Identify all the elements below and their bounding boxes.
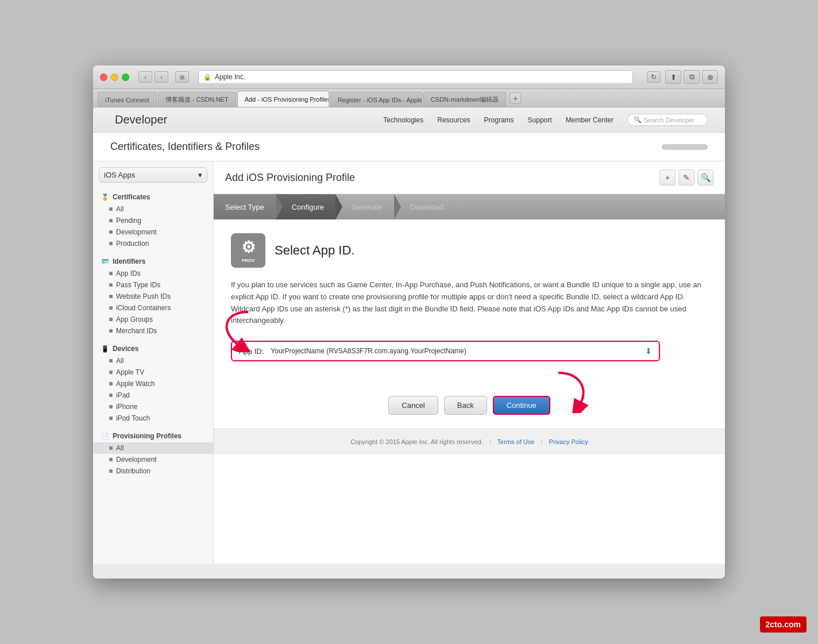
search-icon-button[interactable]: 🔍 — [697, 169, 713, 186]
sidebar-section-devices: 📱 Devices — [93, 341, 213, 355]
toolbar-right: ⬆ ⧉ ⊕ — [665, 70, 718, 84]
back-nav-button[interactable]: ‹ — [138, 71, 152, 83]
footer-separator: | — [489, 438, 491, 445]
sidebar-item-ipod-touch[interactable]: iPod Touch — [93, 412, 213, 424]
privacy-policy-link[interactable]: Privacy Policy — [549, 438, 588, 445]
reload-button[interactable]: ↻ — [647, 71, 661, 83]
bullet-icon — [109, 283, 113, 287]
tab-csdn-blog[interactable]: 博客频道 - CSDN.NET — [158, 92, 236, 107]
nav-member-center[interactable]: Member Center — [566, 116, 614, 124]
sidebar-item-prov-development[interactable]: Development — [93, 454, 213, 465]
bullet-icon — [109, 295, 113, 298]
prov-file-icon: ⚙ PROV — [231, 233, 265, 268]
sidebar-item-iphone[interactable]: iPhone — [93, 401, 213, 412]
certs-header: Certificates, Identifiers & Profiles — [93, 133, 725, 161]
extensions-button[interactable]: ⊕ — [702, 70, 718, 84]
bullet-icon — [109, 394, 113, 397]
id-icon: 🪪 — [101, 258, 109, 265]
gear-icon: ⚙ — [241, 238, 256, 257]
app-id-label: App ID: — [239, 347, 264, 356]
step-generate[interactable]: Generate — [335, 194, 394, 219]
select-app-id-title: Select App ID. — [275, 243, 354, 258]
sidebar-item-icloud-containers[interactable]: iCloud Containers — [93, 302, 213, 314]
description-text: If you plan to use services such as Game… — [231, 279, 708, 327]
sidebar-item-apple-tv[interactable]: Apple TV — [93, 367, 213, 378]
nav-programs[interactable]: Programs — [484, 116, 514, 124]
page-content: Developer Technologies Resources Program… — [93, 107, 725, 579]
bullet-icon — [109, 207, 113, 211]
developer-title: Developer — [115, 113, 167, 126]
sidebar-item-merchant-ids[interactable]: Merchant IDs — [93, 325, 213, 337]
tab-csdn-markdown[interactable]: CSDN-markdown编辑器 — [423, 92, 507, 107]
search-placeholder: Search Developer — [644, 117, 694, 124]
share-button[interactable]: ⬆ — [665, 70, 681, 84]
sidebar-item-website-push-ids[interactable]: Website Push IDs — [93, 291, 213, 302]
dropdown-label: iOS Apps — [104, 171, 135, 179]
nav-resources[interactable]: Resources — [437, 116, 470, 124]
bullet-icon — [109, 417, 113, 420]
continue-button[interactable]: Continue — [493, 396, 550, 415]
edit-icon-button[interactable]: ✎ — [678, 169, 694, 186]
bullet-icon — [109, 469, 113, 473]
bullet-icon — [109, 359, 113, 363]
sidebar-item-certs-production[interactable]: Production — [93, 238, 213, 249]
minimize-button[interactable] — [111, 74, 118, 81]
tabs-bar: iTunes Connect 博客频道 - CSDN.NET Add - iOS… — [93, 89, 725, 107]
copyright-text: Copyright © 2015 Apple Inc. All rights r… — [350, 438, 483, 445]
prov-label: PROV — [242, 258, 255, 263]
tab-view-button[interactable]: ⊞ — [175, 71, 189, 83]
steps-bar: Select Type Configure Generate Download — [214, 194, 725, 219]
sidebar-item-ipad[interactable]: iPad — [93, 390, 213, 401]
traffic-lights — [100, 74, 129, 81]
sidebar-item-certs-pending[interactable]: Pending — [93, 215, 213, 226]
maximize-button[interactable] — [122, 74, 129, 81]
bullet-icon — [109, 446, 113, 450]
forward-nav-button[interactable]: › — [155, 71, 168, 83]
device-icon: 📱 — [101, 345, 109, 353]
app-id-row: App ID: YourProjectName (RVSA8S3F7R.com.… — [231, 341, 660, 361]
search-icon: 🔍 — [634, 116, 642, 124]
certs-page-title: Certificates, Identifiers & Profiles — [110, 141, 260, 153]
sidebar-item-certs-development[interactable]: Development — [93, 226, 213, 238]
sidebar-item-pass-type-ids[interactable]: Pass Type IDs — [93, 279, 213, 291]
search-box[interactable]: 🔍 Search Developer — [627, 114, 708, 126]
select-arrow-icon[interactable]: ⬇ — [645, 346, 652, 356]
new-tab-icon-button[interactable]: ⧉ — [684, 70, 700, 84]
bullet-icon — [109, 230, 113, 234]
cancel-button[interactable]: Cancel — [388, 396, 438, 415]
content-header: Add iOS Provisioning Profile + ✎ 🔍 — [214, 161, 725, 194]
nav-support[interactable]: Support — [528, 116, 552, 124]
developer-header: Developer Technologies Resources Program… — [93, 107, 725, 133]
sidebar-item-app-groups[interactable]: App Groups — [93, 314, 213, 325]
ios-apps-dropdown[interactable]: iOS Apps ▾ — [99, 167, 207, 183]
title-bar: ‹ › ⊞ 🔒 Apple Inc. ↻ ⬆ ⧉ ⊕ — [93, 65, 725, 89]
nav-technologies[interactable]: Technologies — [383, 116, 423, 124]
bullet-icon — [109, 318, 113, 321]
step-download[interactable]: Download — [394, 194, 455, 219]
sidebar-item-apple-watch[interactable]: Apple Watch — [93, 378, 213, 390]
add-icon-button[interactable]: + — [659, 169, 676, 186]
terms-of-use-link[interactable]: Terms of Use — [497, 438, 535, 445]
new-tab-button[interactable]: + — [510, 92, 521, 104]
sidebar-item-prov-distribution[interactable]: Distribution — [93, 465, 213, 477]
sidebar-section-certificates: 🏅 Certificates — [93, 190, 213, 203]
tab-itunes-connect[interactable]: iTunes Connect — [98, 92, 157, 107]
cert-icon: 🏅 — [101, 194, 109, 201]
sidebar-item-app-ids[interactable]: App IDs — [93, 268, 213, 279]
sidebar-item-devices-all[interactable]: All — [93, 355, 213, 367]
sidebar-item-certs-all[interactable]: All — [93, 203, 213, 215]
close-button[interactable] — [100, 74, 107, 81]
watermark: 2cto.com — [760, 616, 807, 633]
tab-add-provisioning[interactable]: Add - iOS Provisioning Profiles - Appl..… — [237, 91, 329, 107]
back-button[interactable]: Back — [444, 396, 487, 415]
profile-section-header: ⚙ PROV Select App ID. — [231, 233, 708, 268]
step-configure[interactable]: Configure — [276, 194, 335, 219]
scrollbar[interactable] — [662, 144, 708, 150]
app-id-select-value: YourProjectName (RVSA8S3F7R.com.ayang.Yo… — [271, 347, 638, 355]
step-select-type[interactable]: Select Type — [214, 194, 276, 219]
address-bar[interactable]: 🔒 Apple Inc. — [198, 70, 633, 84]
browser-window: ‹ › ⊞ 🔒 Apple Inc. ↻ ⬆ ⧉ ⊕ iTunes Connec… — [93, 65, 725, 579]
sidebar-item-prov-all[interactable]: All — [93, 442, 213, 454]
content-area: Add iOS Provisioning Profile + ✎ 🔍 Selec… — [214, 161, 725, 564]
tab-register-app-ids[interactable]: Register - iOS App IDs - Apple Developer — [330, 92, 422, 107]
